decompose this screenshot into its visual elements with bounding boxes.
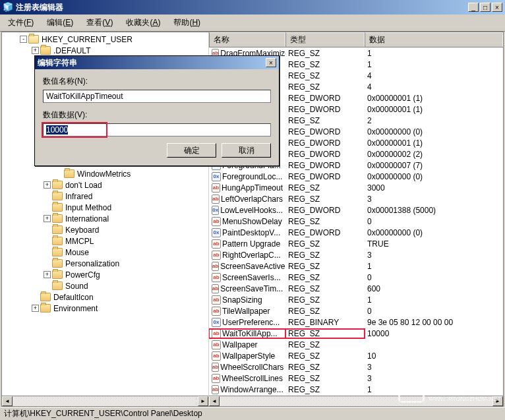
- value-name-input[interactable]: WaitToKillAppTimeout: [43, 90, 271, 103]
- tree-node[interactable]: +don't Load: [3, 179, 207, 191]
- tree-label[interactable]: Sound: [64, 282, 90, 291]
- list-row[interactable]: 0xLowLevelHooks...REG_DWORD0x00001388 (5…: [209, 204, 503, 216]
- menubar: 文件(F) 编辑(E) 查看(V) 收藏夹(A) 帮助(H): [0, 15, 505, 32]
- tree-label[interactable]: MMCPL: [64, 237, 95, 246]
- ok-button[interactable]: 确定: [167, 143, 216, 158]
- value-type: REG_SZ: [285, 195, 365, 204]
- list-row[interactable]: abWallpaperREG_SZ: [209, 339, 503, 350]
- tree-node[interactable]: Mouse: [3, 247, 207, 258]
- tree-label[interactable]: DefaultIcon: [52, 293, 95, 302]
- tree-toggle-icon[interactable]: +: [32, 47, 39, 54]
- list-row[interactable]: abPattern UpgradeREG_SZTRUE: [209, 238, 503, 249]
- string-value-icon: ab: [212, 329, 221, 338]
- tree-label[interactable]: Infrared: [64, 192, 94, 201]
- value-name: WheelScrollChars: [220, 363, 283, 372]
- value-data: 0: [365, 273, 503, 282]
- scroll-left-icon[interactable]: ◄: [2, 396, 13, 406]
- value-type: REG_SZ: [285, 351, 365, 361]
- col-name-header[interactable]: 名称: [209, 32, 285, 47]
- scroll-right-icon[interactable]: ►: [492, 396, 503, 406]
- list-row[interactable]: abWheelScrollCharsREG_SZ3: [209, 361, 503, 373]
- folder-icon: [28, 35, 39, 44]
- tree-node[interactable]: Input Method: [3, 202, 207, 213]
- tree-node[interactable]: Infrared: [3, 191, 207, 202]
- col-type-header[interactable]: 类型: [285, 32, 365, 47]
- tree-label[interactable]: Input Method: [64, 203, 113, 212]
- value-data-input[interactable]: 10000: [43, 123, 271, 136]
- list-row[interactable]: abScreenSaverIs...REG_SZ0: [209, 272, 503, 283]
- list-row[interactable]: abHungAppTimeoutREG_SZ3000: [209, 182, 503, 193]
- value-type: REG_SZ: [285, 71, 365, 80]
- value-data: 4: [365, 82, 503, 92]
- list-row[interactable]: abScreenSaveTim...REG_SZ600: [209, 283, 503, 294]
- menu-file[interactable]: 文件(F): [3, 16, 39, 30]
- list-row[interactable]: abMenuShowDelayREG_SZ0: [209, 216, 503, 227]
- tree-label[interactable]: Personalization: [64, 259, 121, 268]
- list-row[interactable]: abRightOverlapC...REG_SZ3: [209, 249, 503, 260]
- menu-help[interactable]: 帮助(H): [168, 16, 206, 30]
- value-type: REG_SZ: [285, 273, 365, 282]
- tree-toggle-icon[interactable]: -: [20, 36, 27, 43]
- list-row[interactable]: 0xForegroundLoc...REG_DWORD0x00000000 (0…: [209, 171, 503, 182]
- list-row[interactable]: abSnapSizingREG_SZ1: [209, 294, 503, 305]
- value-data: 4: [365, 71, 503, 80]
- scroll-right-icon[interactable]: ►: [198, 396, 208, 406]
- value-data: 3000: [365, 183, 503, 193]
- tree-node[interactable]: Keyboard: [3, 224, 207, 235]
- tree-label[interactable]: .DEFAULT: [52, 46, 92, 55]
- window-title: 注册表编辑器: [16, 2, 468, 13]
- dialog-close-button[interactable]: ×: [266, 58, 276, 67]
- tree-node[interactable]: +.DEFAULT: [3, 45, 207, 56]
- tree-node[interactable]: WindowMetrics: [3, 168, 207, 179]
- list-row[interactable]: abWallpaperStyleREG_SZ10: [209, 350, 503, 361]
- tree-node[interactable]: Sound: [3, 280, 207, 291]
- tree-node[interactable]: +PowerCfg: [3, 269, 207, 280]
- tree-toggle-icon[interactable]: +: [32, 305, 39, 312]
- list-row[interactable]: abScreenSaveActiveREG_SZ1: [209, 260, 503, 272]
- value-name: MenuShowDelay: [222, 217, 282, 226]
- maximize-button[interactable]: □: [480, 3, 490, 12]
- col-data-header[interactable]: 数据: [365, 32, 503, 47]
- value-type: REG_DWORD: [285, 206, 365, 215]
- menu-favorites[interactable]: 收藏夹(A): [121, 16, 165, 30]
- value-type: REG_DWORD: [285, 161, 365, 170]
- cancel-button[interactable]: 取消: [222, 143, 271, 158]
- tree-node[interactable]: DefaultIcon: [3, 291, 207, 303]
- dialog-titlebar[interactable]: 编辑字符串 ×: [35, 56, 279, 69]
- folder-icon: [52, 270, 63, 279]
- value-type: REG_SZ: [285, 217, 365, 226]
- tree-label[interactable]: PowerCfg: [64, 270, 102, 280]
- value-type: REG_SZ: [285, 307, 365, 316]
- tree-label[interactable]: don't Load: [64, 181, 104, 190]
- scroll-left-icon[interactable]: ◄: [209, 396, 220, 406]
- tree-node[interactable]: +Environment: [3, 303, 207, 314]
- tree-toggle-icon[interactable]: +: [44, 181, 51, 189]
- tree-toggle-icon[interactable]: +: [44, 271, 51, 278]
- tree-label[interactable]: Environment: [52, 304, 99, 313]
- tree-node[interactable]: +International: [3, 213, 207, 224]
- list-row[interactable]: 0xUserPreferenc...REG_BINARY9e 3e 05 80 …: [209, 316, 503, 328]
- list-row[interactable]: abWaitToKillApp...REG_SZ10000: [209, 328, 503, 339]
- minimize-button[interactable]: _: [468, 3, 479, 12]
- tree-label[interactable]: Keyboard: [64, 225, 100, 235]
- value-type: REG_DWORD: [285, 105, 365, 114]
- list-row[interactable]: 0xPaintDesktopV...REG_DWORD0x00000000 (0…: [209, 227, 503, 238]
- tree-node[interactable]: Personalization: [3, 258, 207, 269]
- close-button[interactable]: ×: [492, 3, 502, 12]
- tree-label[interactable]: Mouse: [64, 248, 90, 257]
- value-name-label: 数值名称(N):: [43, 76, 271, 87]
- tree-toggle-icon[interactable]: +: [44, 215, 51, 222]
- menu-edit[interactable]: 编辑(E): [42, 16, 78, 30]
- list-row[interactable]: abWindowArrange...REG_SZ1: [209, 384, 503, 395]
- list-row[interactable]: abTileWallpaperREG_SZ0: [209, 305, 503, 316]
- tree-node[interactable]: MMCPL: [3, 235, 207, 247]
- values-scrollbar[interactable]: ◄ ►: [209, 396, 503, 406]
- tree-label[interactable]: HKEY_CURRENT_USER: [40, 35, 134, 44]
- menu-view[interactable]: 查看(V): [81, 16, 118, 30]
- tree-scrollbar[interactable]: ◄ ►: [2, 396, 208, 406]
- tree-node[interactable]: -HKEY_CURRENT_USER: [3, 34, 207, 45]
- list-row[interactable]: abWheelScrollLinesREG_SZ3: [209, 373, 503, 384]
- tree-label[interactable]: International: [64, 214, 110, 224]
- tree-label[interactable]: WindowMetrics: [76, 169, 132, 179]
- list-row[interactable]: abLeftOverlapCharsREG_SZ3: [209, 193, 503, 204]
